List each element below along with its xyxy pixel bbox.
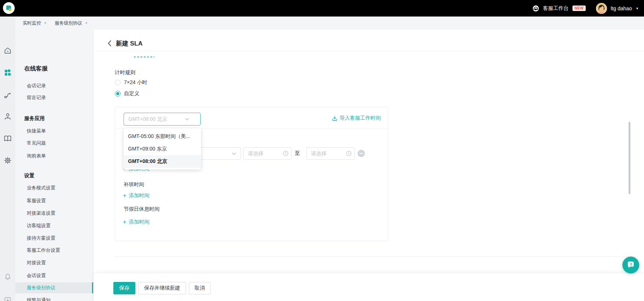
- dropdown-option-tokyo[interactable]: GMT+09:00 东京: [124, 143, 201, 155]
- app-window: 客服工作台 NEW ltg dahao ▾ 实时监控 × 服务级别协议 ×: [0, 0, 644, 301]
- plus-icon: +: [123, 220, 126, 225]
- user-menu-caret-icon[interactable]: ▾: [636, 6, 638, 10]
- bell-icon[interactable]: [4, 273, 12, 281]
- save-and-new-button[interactable]: 保存并继续新建: [138, 282, 186, 294]
- custom-schedule-card: [115, 107, 388, 241]
- timezone-select-value: GMT+08:00 北京: [128, 116, 167, 123]
- back-button[interactable]: [106, 39, 114, 47]
- route-icon[interactable]: [4, 91, 12, 99]
- sidebar: 在线客服 会话记录 留言记录 服务应用 快捷菜单 常见问题 询前表单 设置 业务…: [15, 30, 94, 301]
- help-button[interactable]: ?: [622, 257, 639, 273]
- help-question-icon: ?: [626, 261, 635, 269]
- workbench-link[interactable]: 客服工作台: [543, 5, 569, 12]
- chevron-down-icon: [232, 152, 236, 155]
- tab-strip: 实时监控 × 服务级别协议 ×: [15, 17, 644, 30]
- modules-grid-icon[interactable]: [4, 69, 12, 77]
- sidebar-item-workbench-settings[interactable]: 客服工作台设置: [27, 247, 60, 254]
- headset-icon: [532, 5, 539, 12]
- sidebar-item-session-records[interactable]: 会话记录: [27, 83, 46, 89]
- dropdown-option-beijing[interactable]: GMT+08:00 北京: [124, 155, 201, 168]
- sidebar-item-visitor-settings[interactable]: 访客端设置: [27, 222, 51, 229]
- timing-rule-label: 计时规则: [115, 69, 135, 76]
- page-title: 新建 SLA: [116, 39, 143, 48]
- chevron-down-icon: [185, 118, 189, 121]
- tab-sla[interactable]: 服务级别协议 ×: [55, 17, 88, 30]
- radio-option-724[interactable]: 7×24 小时: [115, 80, 147, 86]
- timezone-dropdown: GMT-05:00 东部时间（美... GMT+09:00 东京 GMT+08:…: [124, 128, 201, 170]
- radio-circle-icon[interactable]: [115, 80, 121, 86]
- sidebar-item-alerts[interactable]: 报警与通知: [27, 297, 51, 301]
- icon-rail: [0, 17, 15, 301]
- svg-text:?: ?: [630, 262, 632, 267]
- tab-realtime-monitor[interactable]: 实时监控 ×: [23, 17, 47, 30]
- save-button[interactable]: 保存: [113, 282, 135, 294]
- top-bar: 客服工作台 NEW ltg dahao ▾: [0, 0, 644, 17]
- sidebar-title: 在线客服: [24, 65, 48, 73]
- timezone-select[interactable]: GMT+08:00 北京: [124, 113, 201, 126]
- sidebar-section-service-apps: 服务应用: [24, 115, 45, 122]
- import-work-time-link[interactable]: 导入客服工作时间: [332, 115, 381, 122]
- home-icon[interactable]: [4, 47, 12, 55]
- sidebar-item-preform[interactable]: 询前表单: [27, 153, 46, 159]
- brand-logo: [3, 2, 15, 14]
- remove-row-button[interactable]: [358, 150, 365, 157]
- avatar[interactable]: [596, 3, 607, 14]
- download-folder-icon[interactable]: [4, 296, 12, 301]
- cancel-button[interactable]: 取消: [189, 282, 211, 294]
- sidebar-item-faq[interactable]: 常见问题: [27, 140, 46, 146]
- gear-icon[interactable]: [4, 156, 12, 164]
- sidebar-item-agent-settings[interactable]: 客服设置: [27, 197, 46, 204]
- import-icon: [332, 116, 337, 121]
- add-time-link-makeup[interactable]: + 添加时间: [123, 192, 149, 199]
- sidebar-item-channel-settings[interactable]: 对接渠道设置: [27, 210, 55, 217]
- sidebar-item-reception-plan[interactable]: 接待方案设置: [27, 235, 55, 242]
- clipped-scrolled-content: [134, 56, 154, 58]
- add-time-link-holiday[interactable]: + 添加时间: [123, 219, 149, 225]
- dropdown-option-eastern[interactable]: GMT-05:00 东部时间（美...: [124, 130, 201, 143]
- agent-icon[interactable]: [4, 112, 12, 120]
- radio-option-custom[interactable]: 自定义: [115, 91, 139, 97]
- makeup-time-label: 补班时间: [124, 181, 144, 188]
- radio-label: 自定义: [124, 90, 139, 97]
- clock-icon: [346, 150, 352, 156]
- active-item-indicator: [92, 282, 93, 293]
- sidebar-item-message-records[interactable]: 留言记录: [27, 94, 46, 101]
- clock-icon: [283, 150, 289, 156]
- sidebar-section-settings: 设置: [24, 173, 34, 179]
- add-time-label: 添加时间: [129, 192, 149, 199]
- holiday-rest-label: 节假日休息时间: [124, 206, 160, 213]
- book-icon[interactable]: [4, 134, 12, 142]
- new-badge: NEW: [572, 6, 586, 11]
- sidebar-item-business-mode[interactable]: 业务模式设置: [27, 185, 55, 191]
- scrollbar-thumb[interactable]: [629, 122, 630, 194]
- header-divider: [94, 51, 644, 51]
- plus-icon: +: [123, 193, 126, 198]
- username[interactable]: ltg dahao: [611, 6, 632, 11]
- to-label: 至: [295, 150, 300, 157]
- logo-icon: [3, 2, 15, 14]
- tab-label: 实时监控: [23, 20, 41, 26]
- sidebar-item-sla[interactable]: 服务级别协议: [27, 284, 55, 291]
- tab-close-icon[interactable]: ×: [44, 21, 47, 26]
- radio-label: 7×24 小时: [124, 79, 147, 86]
- sidebar-item-session-settings[interactable]: 会话设置: [27, 272, 46, 279]
- radio-circle-selected-icon[interactable]: [115, 91, 121, 97]
- add-time-label: 添加时间: [129, 219, 149, 225]
- tab-label: 服务级别协议: [55, 20, 82, 26]
- tab-close-icon[interactable]: ×: [85, 21, 88, 26]
- import-link-label: 导入客服工作时间: [340, 115, 381, 122]
- sidebar-item-integration-settings[interactable]: 对接设置: [27, 260, 46, 266]
- sidebar-item-quick-menu[interactable]: 快捷菜单: [27, 128, 46, 134]
- content-bottom-divider: [115, 256, 636, 257]
